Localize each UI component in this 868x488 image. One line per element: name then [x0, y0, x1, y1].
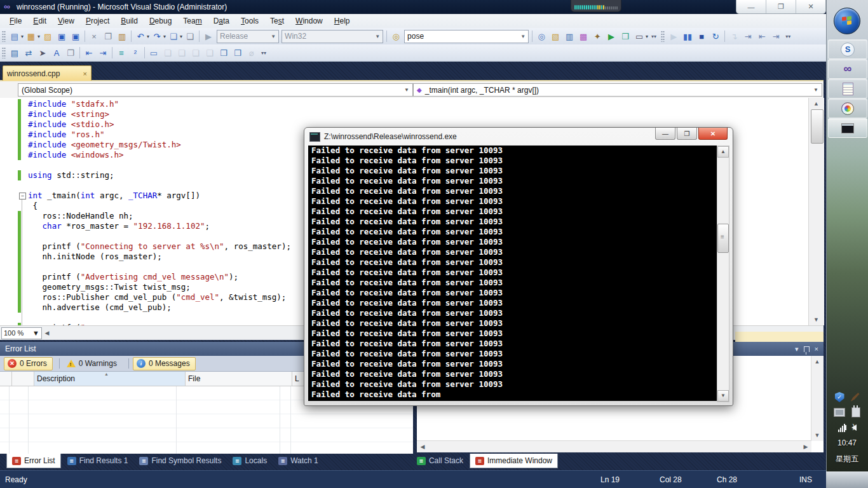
- taskbar-browser-button[interactable]: S: [828, 39, 867, 59]
- clock-time[interactable]: 10:47: [826, 438, 868, 447]
- restore-button[interactable]: ❐: [766, 0, 796, 13]
- open-file-icon[interactable]: ▨: [41, 30, 54, 43]
- console-output[interactable]: Failed to receive data from server 10093…: [308, 146, 717, 401]
- redo-icon[interactable]: ↷: [151, 30, 163, 43]
- editor-vertical-scrollbar[interactable]: ▲ ▼: [808, 98, 824, 325]
- auto-hide-pin-icon[interactable]: [804, 346, 810, 352]
- scrollbar-thumb[interactable]: [717, 224, 729, 253]
- restart-icon[interactable]: ↻: [709, 30, 722, 43]
- column-header-icon1[interactable]: [12, 372, 34, 386]
- stop-icon[interactable]: ■: [695, 30, 708, 43]
- filter-messages-button[interactable]: i0 Messages: [133, 357, 196, 370]
- menu-item-edit[interactable]: Edit: [27, 15, 52, 27]
- fold-collapse-icon[interactable]: −: [19, 193, 26, 200]
- bubble-off-icon[interactable]: ⌀: [245, 46, 258, 59]
- power-tray-icon[interactable]: [851, 407, 860, 417]
- save-all-icon[interactable]: ▣: [69, 30, 82, 43]
- tab-immediate-window[interactable]: ≣Immediate Window: [470, 454, 558, 468]
- chevron-down-icon[interactable]: ▾: [180, 34, 182, 39]
- tab-find-symbol-results[interactable]: ≣Find Symbol Results: [134, 454, 226, 468]
- scope-dropdown[interactable]: (Global Scope)▼: [18, 83, 413, 97]
- column-header-Description[interactable]: Description▲: [34, 372, 186, 386]
- menu-item-test[interactable]: Test: [264, 15, 290, 27]
- copy-icon[interactable]: ❐: [102, 30, 114, 43]
- member-dropdown[interactable]: ◆ _tmain(int argc, _TCHAR * argv[])▼: [413, 83, 822, 97]
- breakpoint-icon[interactable]: ⇥: [770, 30, 782, 43]
- scroll-up-icon[interactable]: ▲: [812, 356, 822, 367]
- toolbar-overflow-icon[interactable]: ▾▾: [261, 50, 266, 56]
- menu-item-help[interactable]: Help: [329, 15, 356, 27]
- line-spacing-icon[interactable]: ≡: [115, 46, 128, 59]
- chevron-down-icon[interactable]: ▼: [520, 34, 526, 39]
- display-outline-icon[interactable]: ▤: [8, 46, 21, 59]
- volume-tray-icon[interactable]: [851, 424, 857, 431]
- extension-icon[interactable]: ❒: [619, 30, 632, 43]
- command-window-icon[interactable]: ▭: [633, 30, 646, 43]
- taskbar-notepad-button[interactable]: [828, 79, 867, 98]
- console-maximize-button[interactable]: ❐: [677, 128, 697, 140]
- object-browser-icon[interactable]: ▥: [563, 30, 576, 43]
- cut-icon[interactable]: ×: [88, 30, 100, 43]
- display-tray-icon[interactable]: [834, 408, 845, 417]
- chevron-down-icon[interactable]: ▼: [271, 34, 276, 39]
- menu-item-team[interactable]: Team: [177, 15, 207, 27]
- toolbar-grip[interactable]: [2, 47, 6, 58]
- tab-close-icon[interactable]: ×: [83, 70, 87, 78]
- find-icon[interactable]: ◎: [390, 30, 402, 43]
- step-into-icon[interactable]: ↴: [728, 30, 740, 43]
- menu-item-view[interactable]: View: [52, 15, 80, 27]
- bubble-prev-icon[interactable]: ❑: [189, 46, 202, 59]
- toolbar-overflow-icon[interactable]: ▾▾: [785, 34, 790, 39]
- bubble-2-icon[interactable]: ❑: [175, 46, 188, 59]
- scroll-left-icon[interactable]: ◀: [418, 442, 427, 452]
- menu-item-tools[interactable]: Tools: [235, 15, 264, 27]
- edit-properties-icon[interactable]: ▧: [549, 30, 562, 43]
- scroll-right-icon[interactable]: ▶: [801, 442, 810, 452]
- console-scrollbar[interactable]: ▲ ▼: [717, 146, 729, 402]
- bubble-1-icon[interactable]: ❑: [161, 46, 174, 59]
- tab-locals[interactable]: ≣Locals: [227, 454, 272, 468]
- text-case-icon[interactable]: A: [50, 46, 63, 59]
- toolbar-grip[interactable]: [661, 30, 665, 42]
- console-window[interactable]: Z:\winrossend\Release\winrossend.exe — ❐…: [304, 127, 733, 406]
- scroll-up-icon[interactable]: ▲: [717, 146, 729, 158]
- taskbar-console-button[interactable]: [828, 118, 867, 138]
- add-item-icon[interactable]: ▦: [25, 30, 37, 43]
- filter-errors-button[interactable]: ✕0 Errors: [4, 357, 53, 370]
- menu-item-project[interactable]: Project: [80, 15, 115, 27]
- show-desktop-button[interactable]: [826, 471, 868, 488]
- select-pointer-icon[interactable]: ➤: [36, 46, 49, 59]
- new-window-icon[interactable]: ▤: [8, 30, 21, 43]
- new-query-icon[interactable]: ▩: [577, 30, 590, 43]
- input-method-tray-icon[interactable]: [851, 393, 860, 402]
- column-header-icon0[interactable]: [0, 372, 12, 386]
- close-panel-icon[interactable]: ×: [815, 345, 818, 353]
- bubble-export-icon[interactable]: ❒: [231, 46, 244, 59]
- find-in-files-icon[interactable]: ◎: [535, 30, 548, 43]
- scroll-down-icon[interactable]: ▼: [717, 390, 729, 402]
- chevron-down-icon[interactable]: ▾: [163, 34, 166, 39]
- find-combo[interactable]: pose▼: [404, 30, 529, 43]
- comment-box-icon[interactable]: ▭: [147, 46, 160, 59]
- immediate-horizontal-scrollbar[interactable]: ◀ ▶: [417, 440, 811, 452]
- tab-call-stack[interactable]: ≣Call Stack: [412, 454, 468, 468]
- clock-day[interactable]: 星期五: [826, 454, 868, 464]
- navigate-icon[interactable]: ❏: [167, 30, 180, 43]
- taskbar-visual-studio-button[interactable]: ∞: [828, 59, 867, 79]
- start-debug-icon[interactable]: ▶: [202, 30, 215, 43]
- scroll-left-icon[interactable]: ◀: [42, 328, 52, 339]
- bubble-import-icon[interactable]: ❒: [217, 46, 230, 59]
- continue-icon[interactable]: ▶: [667, 30, 680, 43]
- console-minimize-button[interactable]: —: [655, 128, 675, 140]
- window-list-icon[interactable]: ❏: [184, 30, 196, 43]
- close-button[interactable]: ✕: [796, 0, 825, 13]
- tab-find-results-1[interactable]: ≣Find Results 1: [62, 454, 133, 468]
- paste-icon[interactable]: ▥: [116, 30, 128, 43]
- chevron-down-icon[interactable]: ▾: [147, 34, 149, 39]
- menu-item-file[interactable]: File: [4, 15, 27, 27]
- menu-item-debug[interactable]: Debug: [144, 15, 177, 27]
- scrollbar-thumb[interactable]: [811, 109, 824, 144]
- chevron-down-icon[interactable]: ▾: [37, 34, 40, 39]
- chevron-down-icon[interactable]: ▾: [21, 34, 24, 39]
- undo-icon[interactable]: ↶: [134, 30, 147, 43]
